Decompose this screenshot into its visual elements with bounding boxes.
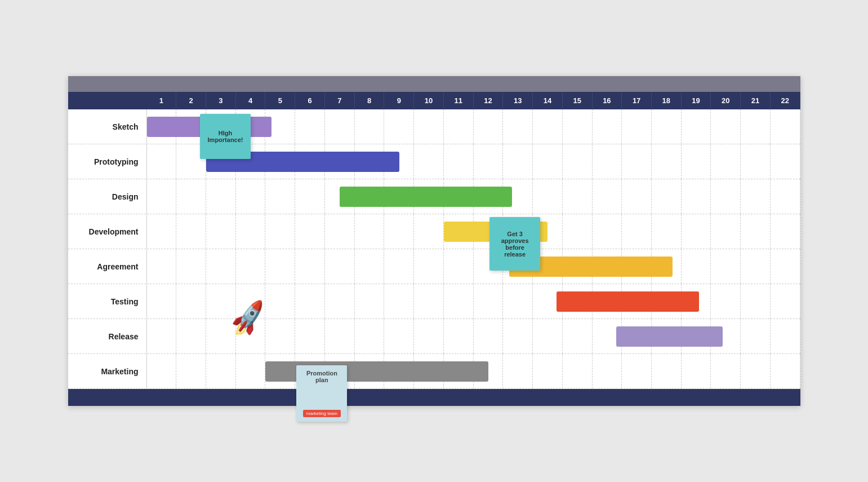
grid-cell-release-8 — [355, 319, 385, 353]
gantt-row-marketing: Marketing — [68, 354, 800, 389]
grid-cell-agreement-8 — [355, 249, 385, 284]
grid-cell-agreement-9 — [384, 249, 414, 284]
grid-cell-prototyping-16 — [593, 144, 622, 179]
grid-cell-release-11 — [444, 319, 474, 353]
grid-cell-agreement-3 — [206, 249, 236, 284]
grid-cell-development-8 — [355, 214, 385, 249]
days-container: 12345678910111213141516171819202122 — [147, 92, 800, 109]
grid-cell-release-1 — [147, 319, 177, 353]
grid-cell-prototyping-12 — [474, 144, 504, 179]
day-cell-3: 3 — [206, 92, 236, 109]
grid-cell-release-15 — [563, 319, 593, 353]
grid-cell-sketch-15 — [563, 109, 593, 144]
gantt-row-design: Design — [68, 179, 800, 214]
sticky-high-importance: HIgh Importance! — [200, 114, 251, 159]
bar-design — [340, 187, 512, 207]
grid-cell-prototyping-14 — [533, 144, 563, 179]
grid-cell-release-12 — [474, 319, 504, 353]
grid-cell-design-1 — [147, 179, 177, 214]
row-label-development: Development — [68, 214, 147, 249]
grid-cell-testing-11 — [444, 284, 474, 319]
day-cell-13: 13 — [503, 92, 533, 109]
grid-cell-design-14 — [533, 179, 563, 214]
day-cell-2: 2 — [176, 92, 206, 109]
grid-cell-sketch-22 — [771, 109, 800, 144]
grid-cell-sketch-17 — [622, 109, 652, 144]
sticky-approves: Get 3 approves before release — [489, 217, 540, 271]
grid-cell-marketing-20 — [711, 354, 741, 388]
grid-cell-design-6 — [295, 179, 325, 214]
grid-cell-marketing-16 — [593, 354, 622, 388]
grid-cell-testing-12 — [474, 284, 504, 319]
day-cell-8: 8 — [355, 92, 385, 109]
day-cell-17: 17 — [622, 92, 652, 109]
grid-cell-release-7 — [325, 319, 355, 353]
days-label-spacer — [68, 92, 147, 109]
grid-cell-marketing-19 — [682, 354, 711, 388]
grid-cell-marketing-2 — [176, 354, 206, 388]
grid-cell-marketing-17 — [622, 354, 652, 388]
day-cell-11: 11 — [444, 92, 474, 109]
bar-testing — [557, 291, 699, 312]
marketing-badge: marketing team — [303, 410, 341, 417]
rocket-icon: 🚀 — [227, 299, 269, 339]
grid-cell-release-10 — [414, 319, 444, 353]
grid-cell-testing-6 — [295, 284, 325, 319]
grid-cell-development-9 — [384, 214, 414, 249]
grid-cell-testing-8 — [355, 284, 385, 319]
grid-cell-development-10 — [414, 214, 444, 249]
day-cell-19: 19 — [682, 92, 711, 109]
days-row: 12345678910111213141516171819202122 — [68, 92, 800, 109]
grid-cell-prototyping-17 — [622, 144, 652, 179]
gantt-footer — [68, 389, 800, 406]
grid-cell-testing-13 — [503, 284, 533, 319]
grid-cell-design-19 — [682, 179, 711, 214]
grid-cell-development-19 — [682, 214, 711, 249]
grid-cell-design-17 — [622, 179, 652, 214]
grid-cell-sketch-13 — [503, 109, 533, 144]
grid-cell-marketing-4 — [236, 354, 266, 388]
row-label-release: Release — [68, 319, 147, 353]
grid-cell-design-16 — [593, 179, 622, 214]
grid-cell-prototyping-10 — [414, 144, 444, 179]
grid-cell-agreement-1 — [147, 249, 177, 284]
row-grid-design — [147, 179, 800, 214]
grid-cell-release-22 — [771, 319, 800, 353]
grid-cell-release-9 — [384, 319, 414, 353]
row-label-agreement: Agreement — [68, 249, 147, 284]
grid-cell-testing-5 — [265, 284, 295, 319]
grid-cell-prototyping-1 — [147, 144, 177, 179]
grid-cell-agreement-4 — [236, 249, 266, 284]
header-title-row — [68, 76, 800, 92]
grid-cell-design-4 — [236, 179, 266, 214]
row-grid-marketing — [147, 354, 800, 388]
gantt-row-testing: Testing — [68, 284, 800, 319]
gantt-row-agreement: Agreement — [68, 249, 800, 284]
grid-cell-prototyping-11 — [444, 144, 474, 179]
grid-cell-sketch-6 — [295, 109, 325, 144]
grid-cell-agreement-20 — [711, 249, 741, 284]
grid-cell-marketing-18 — [652, 354, 682, 388]
day-cell-7: 7 — [325, 92, 355, 109]
grid-cell-design-3 — [206, 179, 236, 214]
grid-cell-development-2 — [176, 214, 206, 249]
day-cell-5: 5 — [265, 92, 295, 109]
day-cell-6: 6 — [295, 92, 325, 109]
grid-cell-prototyping-19 — [682, 144, 711, 179]
day-cell-20: 20 — [711, 92, 741, 109]
grid-cell-sketch-10 — [414, 109, 444, 144]
grid-cell-agreement-5 — [265, 249, 295, 284]
grid-cell-development-22 — [771, 214, 800, 249]
gantt-row-release: Release — [68, 319, 800, 354]
grid-cell-sketch-9 — [384, 109, 414, 144]
grid-cell-testing-9 — [384, 284, 414, 319]
grid-cell-development-15 — [563, 214, 593, 249]
grid-cell-development-21 — [741, 214, 771, 249]
grid-cell-agreement-6 — [295, 249, 325, 284]
grid-cell-design-21 — [741, 179, 771, 214]
grid-cell-development-18 — [652, 214, 682, 249]
grid-cell-sketch-11 — [444, 109, 474, 144]
grid-cell-release-2 — [176, 319, 206, 353]
grid-cell-development-17 — [622, 214, 652, 249]
grid-cell-marketing-21 — [741, 354, 771, 388]
